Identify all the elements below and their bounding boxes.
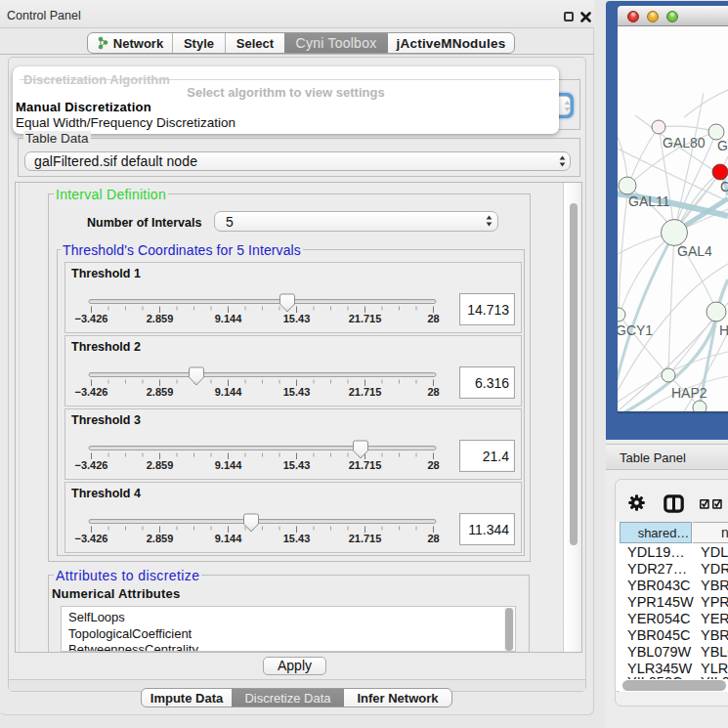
- svg-text:HAP2: HAP2: [671, 385, 707, 401]
- svg-text:GAL4: GAL4: [677, 243, 712, 259]
- svg-text:H: H: [719, 322, 728, 338]
- svg-text:GAL11: GAL11: [628, 193, 670, 209]
- svg-text:GCY1: GCY1: [618, 322, 653, 338]
- svg-text:G.: G.: [717, 138, 728, 153]
- svg-text:GAL80: GAL80: [663, 135, 706, 150]
- svg-text:C: C: [720, 179, 728, 194]
